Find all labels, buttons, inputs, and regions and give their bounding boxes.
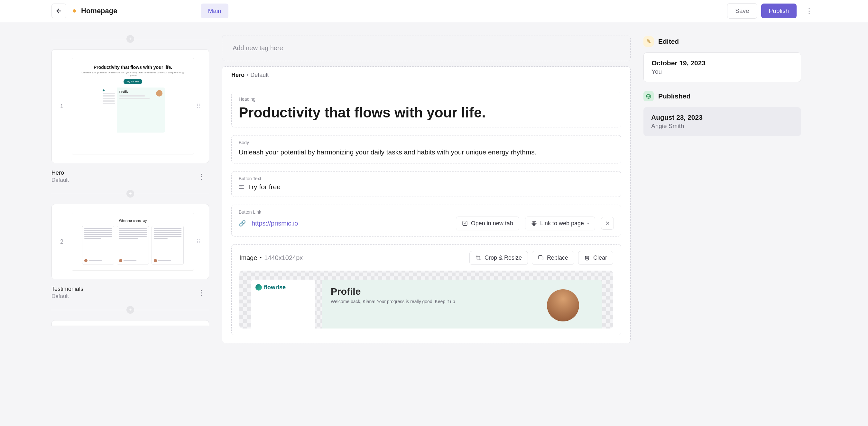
body-value[interactable]: Unleash your potential by harmonizing yo… <box>239 147 614 157</box>
preview-avatar <box>547 289 579 322</box>
published-label: Published <box>658 92 690 100</box>
published-version-card[interactable]: August 23, 2023 Angie Smith <box>644 107 801 136</box>
open-new-tab-toggle[interactable]: Open in new tab <box>456 217 519 231</box>
body-field[interactable]: Body Unleash your potential by harmonizi… <box>231 135 621 163</box>
arrow-left-icon <box>55 7 62 14</box>
trash-icon <box>584 255 590 261</box>
image-preview[interactable]: flowrise Profile Welcome back, Kiana! Yo… <box>239 271 613 329</box>
heading-value[interactable]: Productivity that flows with your life. <box>239 103 614 121</box>
image-label: Image <box>239 254 257 262</box>
add-slice-bottom-button[interactable]: + <box>126 306 134 314</box>
save-button[interactable]: Save <box>727 3 757 19</box>
slice-card-partial <box>52 320 209 326</box>
slice-thumbnail: What our users say <box>72 213 194 271</box>
slice-variant: Default <box>52 177 69 183</box>
replace-button[interactable]: Replace <box>532 251 574 265</box>
heading-field[interactable]: Heading Productivity that flows with you… <box>231 92 621 127</box>
pencil-icon: ✎ <box>644 36 654 47</box>
edited-version-card[interactable]: October 19, 2023 You <box>644 53 801 82</box>
drag-handle-icon[interactable]: ⠿ <box>196 238 200 245</box>
button-link-field[interactable]: Button Link 🔗 https://prismic.io Open in… <box>231 205 621 237</box>
globe-icon <box>531 220 537 226</box>
tab-main[interactable]: Main <box>201 4 228 18</box>
slice-kebab-menu[interactable]: ⋮ <box>194 171 209 182</box>
slice-name: Testimonials <box>52 286 83 293</box>
button-text-field[interactable]: Button Text Try for free <box>231 171 621 197</box>
edited-label: Edited <box>658 38 679 45</box>
clear-link-button[interactable]: ✕ <box>601 217 614 230</box>
image-dimensions: 1440x1024px <box>264 254 303 262</box>
slice-name: Hero <box>52 170 69 176</box>
slice-variant: Default <box>52 293 83 300</box>
drag-handle-icon[interactable]: ⠿ <box>196 103 200 110</box>
draft-status-dot <box>73 9 76 12</box>
tag-input[interactable]: Add new tag here <box>222 35 630 61</box>
back-button[interactable] <box>52 4 66 18</box>
add-slice-mid-button[interactable]: + <box>126 190 134 197</box>
add-slice-top-button[interactable]: + <box>126 35 134 43</box>
publish-button[interactable]: Publish <box>761 4 797 18</box>
slice-thumbnail: Productivity that flows with your life. … <box>72 58 194 154</box>
globe-icon <box>644 91 654 101</box>
slice-card-testimonials[interactable]: 2 What our users say ⠿ <box>52 204 209 279</box>
link-type-select[interactable]: Link to web page ▾ <box>525 217 595 231</box>
replace-icon <box>538 255 544 261</box>
chevron-down-icon: ▾ <box>587 221 589 225</box>
page-title: Homepage <box>81 7 117 15</box>
crop-icon <box>475 255 481 261</box>
button-link-value[interactable]: https://prismic.io <box>252 220 450 227</box>
slice-index: 2 <box>60 238 63 245</box>
crop-resize-button[interactable]: Crop & Resize <box>469 251 528 265</box>
slice-index: 1 <box>60 103 63 110</box>
button-text-value[interactable]: Try for free <box>248 183 281 191</box>
svg-rect-1 <box>463 221 467 225</box>
slice-kebab-menu[interactable]: ⋮ <box>194 287 209 299</box>
slice-editor-header: Hero•Default <box>222 67 630 84</box>
link-icon: 🔗 <box>239 220 246 227</box>
slice-card-hero[interactable]: 1 Productivity that flows with your life… <box>52 49 209 163</box>
image-field: Image • 1440x1024px Crop & Resize Replac… <box>231 244 621 335</box>
slice-editor-hero: Hero•Default Heading Productivity that f… <box>222 66 630 343</box>
text-icon <box>239 185 244 189</box>
preview-brand: flowrise <box>255 284 311 291</box>
more-menu-button[interactable]: ⋮ <box>802 4 816 18</box>
svg-rect-4 <box>538 255 542 259</box>
clear-image-button[interactable]: Clear <box>578 251 613 265</box>
checkbox-icon <box>462 220 468 226</box>
